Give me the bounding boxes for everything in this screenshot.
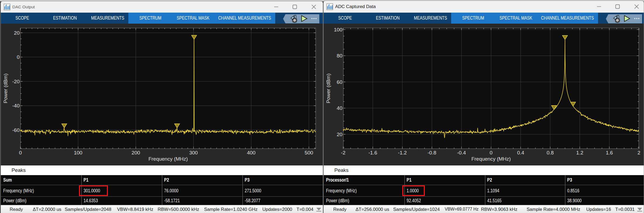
svg-text:Frequency (MHz): Frequency (MHz) [149,156,188,162]
svg-text:80: 80 [337,53,342,59]
svg-text:1.2: 1.2 [576,150,583,156]
svg-text:20: 20 [14,30,20,36]
svg-text:-1.6: -1.6 [368,150,377,156]
svg-text:2: 2 [638,150,641,156]
svg-text:0: 0 [490,150,493,156]
svg-text:-0.4: -0.4 [457,150,466,156]
svg-text:-60: -60 [12,127,20,133]
svg-text:-40: -40 [12,103,20,109]
svg-text:200: 200 [132,150,140,156]
svg-text:Power (dBm): Power (dBm) [3,74,8,103]
svg-text:-1.2: -1.2 [398,150,407,156]
svg-text:Power (dBm): Power (dBm) [325,74,331,103]
svg-text:Frequency (MHz): Frequency (MHz) [471,156,511,162]
svg-text:-0.8: -0.8 [428,150,436,156]
svg-text:60: 60 [337,79,342,85]
svg-text:500: 500 [305,150,313,156]
svg-text:0: 0 [19,150,22,156]
svg-text:1.6: 1.6 [606,150,613,156]
svg-text:0: 0 [17,54,20,60]
svg-text:0.4: 0.4 [517,150,524,156]
svg-text:300: 300 [189,150,198,156]
svg-text:100: 100 [74,150,82,156]
svg-text:-2: -2 [341,150,346,156]
svg-text:100: 100 [334,27,342,33]
svg-text:-20: -20 [12,79,20,84]
svg-text:40: 40 [337,105,342,111]
svg-text:400: 400 [247,150,256,156]
svg-text:20: 20 [337,132,342,137]
svg-text:0.8: 0.8 [547,150,553,156]
